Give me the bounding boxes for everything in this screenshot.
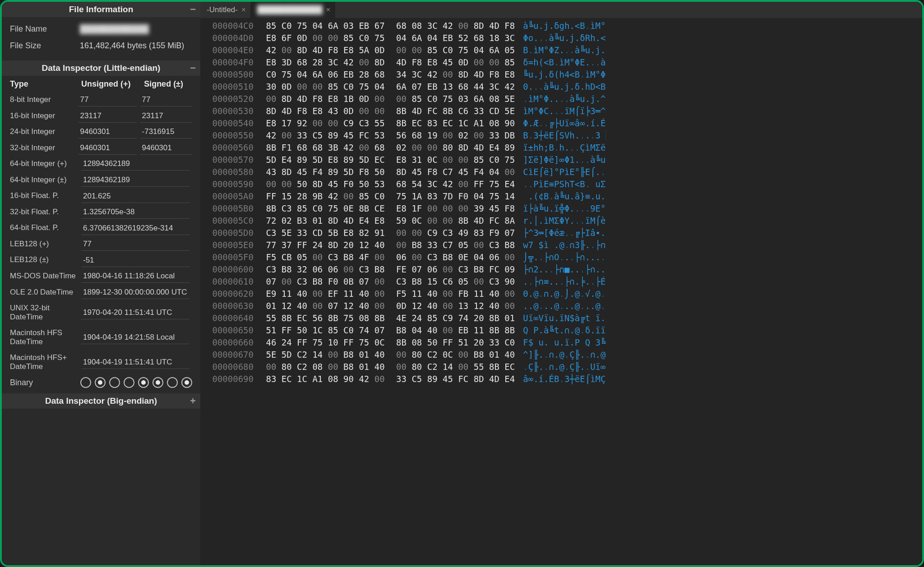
hex-byte[interactable]: 75 bbox=[276, 69, 291, 79]
hex-byte[interactable]: 00 bbox=[438, 301, 453, 311]
hex-byte[interactable]: 8D bbox=[307, 179, 323, 189]
hex-byte[interactable]: 50 bbox=[292, 325, 307, 335]
hex-byte[interactable]: 4D bbox=[484, 21, 499, 31]
hex-byte[interactable]: 80 bbox=[438, 143, 453, 152]
hex-byte[interactable]: EB bbox=[438, 33, 453, 43]
hex-byte[interactable]: 68 bbox=[369, 143, 384, 152]
hex-row[interactable]: 00000690 83 EC 1C A1 08 90 42 00 33 C5 8… bbox=[202, 373, 922, 385]
hex-byte[interactable]: B8 bbox=[338, 362, 354, 372]
hex-ascii[interactable]: ï├à╚u.ï╬Φ....9E° bbox=[515, 203, 605, 215]
hex-bytes[interactable]: E8 6F 0D 00 00 85 C0 75 04 6A 04 EB 52 6… bbox=[258, 32, 515, 44]
hex-byte[interactable]: 00 bbox=[438, 216, 453, 226]
hex-byte[interactable]: 40 bbox=[484, 301, 499, 311]
hex-byte[interactable]: 5D bbox=[354, 155, 369, 165]
hex-byte[interactable]: 00 bbox=[438, 325, 453, 335]
hex-byte[interactable]: 40 bbox=[422, 325, 437, 335]
hex-ascii[interactable]: B.3┼ëE⌠SVh....3█ bbox=[515, 129, 605, 142]
hex-byte[interactable]: 3C bbox=[422, 21, 437, 31]
hex-byte[interactable]: 75 bbox=[338, 313, 354, 323]
binary-bit[interactable] bbox=[124, 377, 134, 388]
hex-byte[interactable]: 42 bbox=[422, 69, 437, 79]
hex-byte[interactable]: A1 bbox=[307, 374, 323, 384]
hex-byte[interactable]: 46 bbox=[261, 337, 276, 347]
close-icon[interactable]: × bbox=[326, 5, 330, 14]
hex-byte[interactable]: 00 bbox=[276, 45, 291, 55]
hex-byte[interactable]: E8 bbox=[338, 228, 354, 238]
hex-byte[interactable]: 45 bbox=[323, 179, 338, 189]
tab[interactable]: -Untitled-× bbox=[200, 2, 251, 18]
hex-bytes[interactable]: 42 00 33 C5 89 45 FC 53 56 68 19 00 02 0… bbox=[258, 129, 515, 142]
hex-bytes[interactable]: C0 75 04 6A 06 EB 28 68 34 3C 42 00 8D 4… bbox=[258, 69, 515, 81]
inspector-row-unsigned[interactable]: 77 bbox=[79, 92, 137, 106]
hex-byte[interactable]: 67 bbox=[369, 21, 384, 31]
hex-byte[interactable]: 8D bbox=[261, 106, 276, 116]
hex-byte[interactable]: 53 bbox=[369, 179, 384, 189]
hex-bytes[interactable]: 00 8D 4D F8 E8 1B 0D 00 00 85 C0 75 03 6… bbox=[258, 93, 515, 105]
hex-ascii[interactable]: r.│.ìMΣΦY...ïM⌠è bbox=[515, 215, 605, 227]
hex-byte[interactable]: 06 bbox=[484, 252, 499, 262]
hex-byte[interactable]: E8 bbox=[323, 155, 338, 165]
hex-byte[interactable]: 75 bbox=[307, 337, 323, 347]
hex-byte[interactable]: 00 bbox=[438, 130, 453, 140]
hex-byte[interactable]: 00 bbox=[407, 45, 422, 55]
hex-bytes[interactable]: 42 00 8D 4D F8 E8 5A 0D 00 00 85 C0 75 0… bbox=[258, 44, 515, 56]
hex-byte[interactable]: 45 bbox=[453, 167, 468, 177]
hex-byte[interactable]: 45 bbox=[484, 203, 499, 213]
hex-byte[interactable]: CD bbox=[307, 228, 323, 238]
hex-ascii[interactable]: ìM°ΦC...ïM⌠ï╞3═^ bbox=[515, 105, 605, 117]
inspector-row-value[interactable]: 6.370661382619235e-314 bbox=[81, 221, 189, 235]
hex-byte[interactable]: F8 bbox=[499, 203, 515, 213]
hex-row[interactable]: 00000540 E8 17 92 00 00 C9 C3 55 8B EC 8… bbox=[202, 117, 922, 129]
hex-byte[interactable]: 85 bbox=[407, 94, 422, 104]
hex-byte[interactable]: 40 bbox=[369, 362, 384, 372]
hex-byte[interactable]: EB bbox=[422, 82, 437, 92]
hex-byte[interactable]: EF bbox=[323, 289, 338, 299]
hex-byte[interactable]: 08 bbox=[323, 374, 338, 384]
hex-ascii[interactable]: CìE⌠ë]°PìE°╟E⌠.. bbox=[515, 166, 605, 178]
hex-byte[interactable]: 68 bbox=[369, 69, 384, 79]
hex-byte[interactable]: FF bbox=[261, 191, 276, 201]
hex-byte[interactable]: 8D bbox=[453, 143, 468, 152]
hex-byte[interactable]: 04 bbox=[407, 325, 422, 335]
hex-bytes[interactable]: 8B F1 68 68 3B 42 00 68 02 00 00 80 8D 4… bbox=[258, 142, 515, 154]
hex-byte[interactable]: FF bbox=[276, 325, 291, 335]
hex-row[interactable]: 000005A0 FF 15 28 9B 42 00 85 C0 75 1A 8… bbox=[202, 190, 922, 203]
hex-byte[interactable]: FC bbox=[453, 374, 468, 384]
hex-byte[interactable]: 44 bbox=[468, 82, 484, 92]
hex-bytes[interactable]: 83 EC 1C A1 08 90 42 00 33 C5 89 45 FC 8… bbox=[258, 373, 515, 385]
hex-byte[interactable]: 4D bbox=[468, 143, 484, 152]
inspector-row-value[interactable]: 77 bbox=[81, 237, 189, 251]
hex-byte[interactable]: 8B bbox=[391, 106, 407, 116]
hex-byte[interactable]: 01 bbox=[261, 301, 276, 311]
hex-byte[interactable]: 00 bbox=[468, 130, 484, 140]
hex-byte[interactable]: 6A bbox=[391, 82, 407, 92]
hex-byte[interactable]: C5 bbox=[407, 374, 422, 384]
hex-byte[interactable]: 00 bbox=[422, 216, 437, 226]
hex-byte[interactable]: 77 bbox=[261, 240, 276, 250]
hex-byte[interactable]: 8B bbox=[484, 313, 499, 323]
hex-byte[interactable]: 00 bbox=[307, 82, 323, 92]
hex-byte[interactable]: 05 bbox=[499, 45, 515, 55]
hex-byte[interactable]: 0C bbox=[438, 350, 453, 360]
hex-ascii[interactable]: Uï∞Vïu.ïN$à╔t ï. bbox=[515, 312, 605, 324]
hex-byte[interactable]: 68 bbox=[468, 33, 484, 43]
hex-byte[interactable]: 00 bbox=[499, 252, 515, 262]
hex-byte[interactable]: E8 bbox=[307, 106, 323, 116]
hex-byte[interactable]: C2 bbox=[292, 362, 307, 372]
hex-byte[interactable]: CB bbox=[276, 252, 291, 262]
hex-byte[interactable]: 00 bbox=[391, 94, 407, 104]
hex-byte[interactable]: 4D bbox=[407, 106, 422, 116]
hex-ascii[interactable]: w7 $ì .@.∩3╟..├∩ bbox=[515, 239, 605, 251]
hex-row[interactable]: 00000620 E9 11 40 00 EF 11 40 00 F5 11 4… bbox=[202, 288, 922, 300]
hex-byte[interactable]: 03 bbox=[453, 94, 468, 104]
hex-byte[interactable]: F1 bbox=[276, 143, 291, 152]
hex-byte[interactable]: 4D bbox=[391, 57, 407, 67]
hex-byte[interactable]: 4D bbox=[468, 216, 484, 226]
hex-byte[interactable]: 00 bbox=[407, 143, 422, 152]
hex-ascii[interactable]: ⌡╦..├∩O...├∩.... bbox=[515, 251, 605, 263]
hex-byte[interactable]: 0D bbox=[338, 106, 354, 116]
hex-byte[interactable]: 00 bbox=[407, 252, 422, 262]
hex-byte[interactable]: 00 bbox=[338, 264, 354, 274]
hex-byte[interactable]: 17 bbox=[276, 118, 291, 128]
hex-byte[interactable]: 45 bbox=[438, 57, 453, 67]
